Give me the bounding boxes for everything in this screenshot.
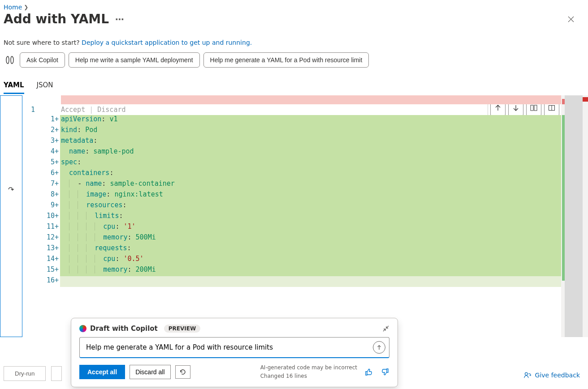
line-number: 5 (39, 158, 55, 169)
code-content: resources: (60, 201, 588, 212)
copilot-panel-title: Draft with Copilot (90, 325, 158, 333)
secondary-bottom-button[interactable] (51, 366, 62, 381)
diff-plus-marker: + (55, 147, 60, 158)
code-content: - name: sample-container (60, 180, 588, 190)
code-line[interactable]: 11+ cpu: '1' (22, 222, 588, 233)
code-line[interactable]: 16+ (22, 276, 588, 287)
code-line[interactable]: 15+ memory: 200Mi (22, 265, 588, 276)
line-number: 15 (39, 265, 55, 276)
refresh-icon (179, 368, 186, 376)
code-content: memory: 500Mi (60, 233, 588, 244)
line-number: 7 (39, 180, 55, 190)
diff-plus-marker: + (55, 126, 60, 137)
code-content: metadata: (60, 137, 588, 147)
close-button[interactable] (565, 13, 577, 26)
copilot-input[interactable] (79, 337, 389, 358)
chevron-right-icon: ❯ (24, 4, 28, 10)
feedback-icon (523, 371, 532, 379)
retry-button[interactable] (175, 365, 190, 379)
code-line[interactable]: 8+ image: nginx:latest (22, 190, 588, 201)
diff-plus-marker: + (55, 276, 60, 287)
inline-discard[interactable]: Discard (97, 106, 125, 114)
diff-plus-marker: + (55, 265, 60, 276)
diff-plus-marker: + (55, 169, 60, 180)
code-content: limits: (60, 212, 588, 222)
accept-all-button[interactable]: Accept all (79, 365, 125, 379)
code-line[interactable]: 2+kind: Pod (22, 126, 588, 137)
dry-run-button[interactable]: Dry-run (4, 366, 46, 381)
minimize-icon (382, 325, 389, 332)
svg-point-3 (525, 372, 527, 375)
suggestion-pill-1[interactable]: Help me write a sample YAML deployment (69, 52, 200, 68)
code-line[interactable]: 4+ name: sample-pod (22, 147, 588, 158)
diff-plus-marker: + (55, 212, 60, 222)
line-number: 4 (39, 147, 55, 158)
help-text: Not sure where to start? Deploy a quicks… (0, 26, 588, 51)
code-content: apiVersion: v1 (60, 115, 588, 126)
more-button[interactable]: ⋯ (115, 14, 125, 25)
line-number: 13 (39, 244, 55, 255)
line-number: 1 (39, 115, 55, 126)
thumbs-down-button[interactable] (380, 368, 389, 376)
arrow-up-icon (376, 344, 382, 351)
quickstart-link[interactable]: Deploy a quickstart application to get u… (82, 39, 252, 46)
line-number: 3 (39, 137, 55, 147)
give-feedback-link[interactable]: Give feedback (523, 371, 580, 379)
line-number: 9 (39, 201, 55, 212)
code-line[interactable]: 3+metadata: (22, 137, 588, 147)
original-line-number: 1 (22, 106, 39, 114)
line-number: 12 (39, 233, 55, 244)
discard-all-button[interactable]: Discard all (130, 365, 170, 379)
copilot-icon (4, 54, 16, 66)
code-content: kind: Pod (60, 126, 588, 137)
thumbs-up-button[interactable] (364, 368, 373, 376)
line-number: 2 (39, 126, 55, 137)
code-content: cpu: '1' (60, 222, 588, 233)
ask-copilot-button[interactable]: Ask Copilot (20, 52, 65, 68)
copilot-logo-icon (79, 325, 86, 332)
copilot-text-field[interactable] (85, 343, 373, 352)
breadcrumb: Home ❯ (0, 0, 588, 12)
code-line[interactable]: 13+ requests: (22, 244, 588, 255)
code-line[interactable]: 5+spec: (22, 158, 588, 169)
line-number: 6 (39, 169, 55, 180)
code-line[interactable]: 14+ cpu: '0.5' (22, 255, 588, 265)
diff-plus-marker: + (55, 190, 60, 201)
feedback-label: Give feedback (535, 372, 580, 379)
diff-plus-marker: + (55, 255, 60, 265)
line-number: 11 (39, 222, 55, 233)
close-icon (567, 16, 575, 23)
code-content: containers: (60, 169, 588, 180)
code-line[interactable]: 12+ memory: 500Mi (22, 233, 588, 244)
code-line[interactable]: 10+ limits: (22, 212, 588, 222)
code-content: name: sample-pod (60, 147, 588, 158)
suggestion-pill-2[interactable]: Help me generate a YAML for a Pod with r… (203, 52, 369, 68)
code-content: cpu: '0.5' (60, 255, 588, 265)
diff-plus-marker: + (55, 115, 60, 126)
copilot-panel: Draft with Copilot PREVIEW Accept all Di… (71, 318, 398, 387)
preview-badge: PREVIEW (164, 325, 200, 333)
code-line[interactable]: 9+ resources: (22, 201, 588, 212)
code-line[interactable]: 7+ - name: sample-container (22, 180, 588, 190)
copilot-note: AI-generated code may be incorrect Chang… (260, 363, 357, 380)
editor-left-gutter: ↶ (0, 95, 22, 337)
thumbs-down-icon (380, 368, 389, 376)
code-content: image: nginx:latest (60, 190, 588, 201)
diff-plus-marker: + (55, 222, 60, 233)
code-content: spec: (60, 158, 588, 169)
code-editor[interactable]: 1 Accept | Discard 1+apiVersion: v12+kin… (22, 95, 588, 337)
send-button[interactable] (373, 341, 385, 354)
diff-plus-marker: + (55, 201, 60, 212)
breadcrumb-home[interactable]: Home (4, 4, 22, 11)
code-line[interactable]: 6+ containers: (22, 169, 588, 180)
tab-json[interactable]: JSON (37, 81, 53, 94)
thumbs-up-icon (364, 368, 373, 376)
inline-accept[interactable]: Accept (61, 106, 85, 114)
diff-plus-marker: + (55, 244, 60, 255)
minimize-button[interactable] (382, 325, 389, 332)
diff-removed-band (61, 95, 588, 104)
revert-icon[interactable]: ↶ (8, 185, 14, 194)
tab-yaml[interactable]: YAML (4, 81, 24, 94)
line-number: 10 (39, 212, 55, 222)
code-line[interactable]: 1+apiVersion: v1 (22, 115, 588, 126)
